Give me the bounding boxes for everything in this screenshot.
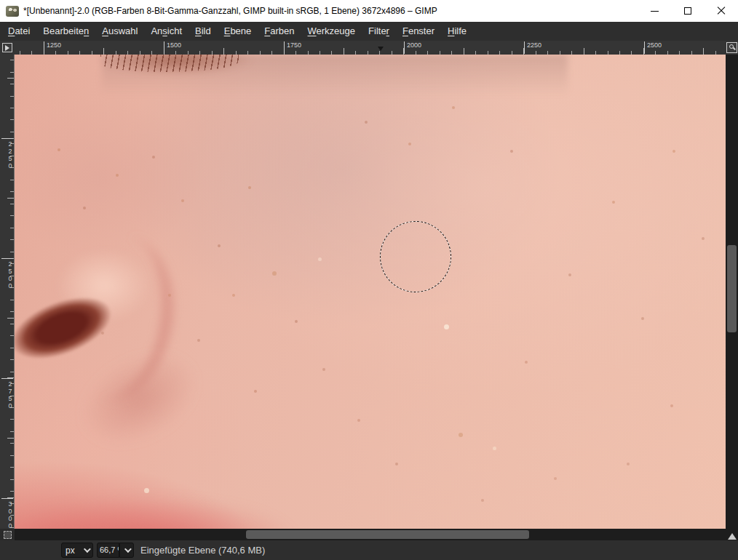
gimp-app-icon: [6, 6, 19, 17]
marching-ants-dark: [378, 220, 453, 294]
navigation-corner: [726, 529, 738, 540]
zoom-when-resized-button[interactable]: [726, 42, 737, 53]
zoom-value: 66,7 %: [100, 545, 119, 554]
hruler-label: 1500: [164, 41, 181, 54]
vruler-label: 2500: [1, 258, 13, 289]
magnifier-icon: [729, 44, 734, 49]
menu-datei[interactable]: Datei: [1, 22, 36, 41]
menu-fenster[interactable]: Fenster: [396, 22, 441, 41]
circular-selection-marquee: [380, 221, 451, 292]
zoom-corner: [726, 41, 738, 55]
menu-auswahl[interactable]: Auswahl: [95, 22, 144, 41]
menu-hilfe[interactable]: Hilfe: [441, 22, 473, 41]
status-message: Eingefügte Ebene (740,6 MB): [140, 545, 265, 556]
image-canvas[interactable]: [15, 55, 726, 529]
hruler-label: 1750: [284, 41, 301, 54]
menu-farben[interactable]: Farben: [258, 22, 301, 41]
horizontal-ruler[interactable]: 1250 1500 1750 2000 2250 2500: [15, 41, 726, 55]
vruler-label: 2250: [1, 138, 13, 169]
menu-ebene[interactable]: Ebene: [218, 22, 258, 41]
hruler-label: 1250: [44, 41, 61, 54]
vruler-label: 2750: [1, 378, 13, 409]
close-icon: [717, 7, 726, 15]
vertical-ruler[interactable]: 2250 2500 2750 3000: [0, 55, 15, 529]
minimize-button[interactable]: [638, 0, 671, 22]
quickmask-toggle-button[interactable]: [4, 531, 12, 539]
menu-bearbeiten[interactable]: Bearbeiten: [36, 22, 95, 41]
ruler-corner: [0, 41, 15, 55]
unit-value: px: [66, 545, 75, 556]
horizontal-scrollbar-thumb[interactable]: [246, 530, 529, 539]
skin-highlights: [15, 55, 17, 57]
hruler-label: 2000: [404, 41, 421, 54]
canvas-menu-button[interactable]: [2, 43, 12, 52]
close-button[interactable]: [705, 0, 738, 22]
main-area: 2250 2500 2750 3000: [0, 55, 738, 529]
menubar: Datei Bearbeiten Auswahl Ansicht Bild Eb…: [0, 22, 738, 41]
vertical-scrollbar-thumb[interactable]: [727, 245, 737, 332]
menu-bild[interactable]: Bild: [189, 22, 218, 41]
statusbar: px 66,7 % Eingefügte Ebene (740,6 MB): [0, 540, 738, 560]
maximize-icon: [684, 7, 691, 15]
triangle-right-icon: [5, 45, 12, 51]
horizontal-ruler-row: 1250 1500 1750 2000 2250 2500: [0, 41, 738, 55]
unit-select[interactable]: px: [61, 543, 93, 558]
horizontal-scrollbar[interactable]: [15, 529, 726, 540]
window-controls: [638, 0, 738, 22]
gimp-window: *[Unbenannt]-2.0 (RGB-Farben 8-Bit-Gamma…: [0, 0, 738, 560]
window-title: *[Unbenannt]-2.0 (RGB-Farben 8-Bit-Gamma…: [23, 6, 437, 16]
pointer-position-marker: [378, 47, 384, 54]
vertical-scrollbar[interactable]: [726, 55, 738, 529]
horizontal-scrollbar-row: [0, 529, 738, 540]
minimize-icon: [651, 11, 659, 12]
chevron-down-icon: [124, 545, 131, 553]
zoom-input[interactable]: 66,7 %: [97, 543, 119, 558]
hruler-label: 2250: [524, 41, 541, 54]
menu-werkzeuge[interactable]: Werkzeuge: [301, 22, 362, 41]
menu-filter[interactable]: Filter: [362, 22, 396, 41]
vruler-label: 3000: [1, 498, 13, 529]
titlebar[interactable]: *[Unbenannt]-2.0 (RGB-Farben 8-Bit-Gamma…: [0, 0, 738, 22]
menu-ansicht[interactable]: Ansicht: [144, 22, 189, 41]
chevron-down-icon: [84, 545, 91, 553]
quickmask-corner: [0, 529, 15, 540]
zoom-select-button[interactable]: [119, 543, 134, 558]
navigation-button[interactable]: [728, 529, 737, 540]
maximize-button[interactable]: [671, 0, 705, 22]
lip-area: [15, 497, 298, 529]
hruler-label: 2500: [644, 41, 662, 54]
